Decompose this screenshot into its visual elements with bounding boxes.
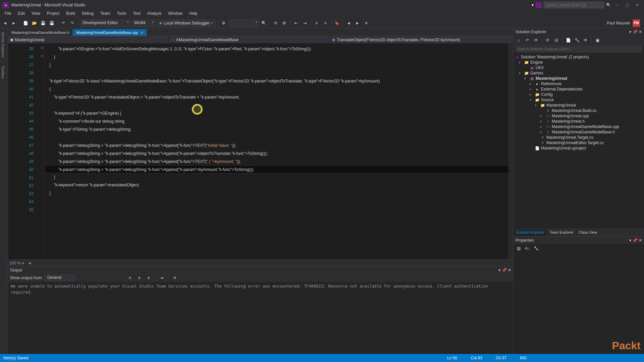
tree-item[interactable]: 📄MasteringUnreal.uproject [514, 145, 644, 151]
search-combo[interactable] [229, 19, 259, 27]
menu-edit[interactable]: Edit [14, 10, 28, 18]
tree-item[interactable]: #MasteringUnrealEditor.Target.cs [514, 140, 644, 145]
indent-out-icon[interactable]: ⇤ [292, 19, 300, 27]
menu-analyze[interactable]: Analyze [144, 10, 165, 18]
tree-item[interactable]: ▾▣MasteringUnreal [514, 76, 644, 81]
prop-pin-icon[interactable]: 📌 [633, 238, 638, 243]
tree-item[interactable]: ▾📁Games [514, 70, 644, 76]
indent-in-icon[interactable]: ⇥ [301, 19, 309, 27]
se-back-icon[interactable]: ↶ [524, 37, 531, 44]
nav-class[interactable]: → AMasteringUnrealGameModeBase [169, 36, 330, 43]
tree-item[interactable]: ▾📁MasteringUnreal [514, 103, 644, 108]
output-text[interactable]: We were unable to automatically populate… [8, 282, 513, 356]
bookmark-icon[interactable]: 🔖 [333, 19, 341, 27]
prev-bookmark-icon[interactable]: ◄ [345, 19, 353, 27]
output-close-icon[interactable]: ✕ [508, 268, 511, 273]
panel-close-icon[interactable]: ✕ [639, 29, 642, 34]
maximize-button[interactable]: ▢ [623, 2, 631, 8]
tree-item[interactable]: ▸📁Config [514, 92, 644, 97]
code-content[interactable]: "k-param">GEngine->"k-func">AddOnScreenD… [45, 44, 508, 259]
se-mode-icon[interactable]: ▣ [594, 37, 601, 44]
new-project-button[interactable]: 📄 [22, 19, 29, 27]
minimize-button[interactable]: ─ [613, 2, 621, 8]
redo-button[interactable]: ↷ [68, 19, 76, 27]
output-toggle-icon[interactable]: ≡ [136, 274, 143, 282]
user-label[interactable]: Paul Mauviel [607, 21, 630, 25]
tree-item[interactable]: ▸▸External Dependencies [514, 86, 644, 92]
platform-dropdown[interactable]: Win64 [132, 19, 155, 27]
solution-tree[interactable]: ▣ Solution 'MasteringUnreal' (2 projects… [514, 53, 644, 229]
menu-project[interactable]: Project [44, 10, 63, 18]
code-editor[interactable]: 3536373839404142434445464748495051525354… [8, 44, 513, 259]
panel-dropdown-icon[interactable]: ▾ [629, 29, 631, 34]
toolbox-tab[interactable]: Toolbox [0, 62, 6, 83]
menu-team[interactable]: Team [97, 10, 113, 18]
nav-scope[interactable]: ▣ MasteringUnreal [8, 36, 169, 43]
menu-file[interactable]: File [1, 10, 14, 18]
tree-item[interactable]: ▸++MasteringUnreal.cpp [514, 113, 644, 119]
right-panel-tab[interactable]: Solution Explorer [514, 229, 547, 236]
clear-bookmark-icon[interactable]: ✕ [363, 19, 370, 27]
refresh-icon[interactable]: ⟳ [272, 19, 279, 27]
tree-item[interactable]: ▸▸References [514, 81, 644, 86]
forward-button[interactable]: ► [10, 19, 17, 27]
output-pin-icon[interactable]: ▾ [498, 268, 500, 273]
se-sync-icon[interactable]: ⟳ [532, 37, 540, 44]
tree-item[interactable]: ▸📁Engine [514, 60, 644, 65]
undo-button[interactable]: ↶ [60, 19, 67, 27]
menu-test[interactable]: Test [130, 10, 144, 18]
flag-icon[interactable]: ▾ [532, 3, 534, 7]
menu-help[interactable]: Help [186, 10, 201, 18]
output-goto-icon[interactable]: ⇥ [158, 274, 165, 282]
comment-icon[interactable]: ≡ [313, 19, 320, 27]
fold-bar[interactable]: ⊟⊟ [40, 44, 45, 259]
uncomment-icon[interactable]: ≡ [322, 19, 329, 27]
search-icon[interactable]: 🔍 [606, 3, 611, 7]
menu-tools[interactable]: Tools [114, 10, 130, 18]
back-button[interactable]: ◄ [1, 19, 9, 27]
se-collapse-icon[interactable]: ⊟ [553, 37, 560, 44]
tree-item[interactable]: ▸hMasteringUnreal.h [514, 119, 644, 124]
close-button[interactable]: ✕ [633, 2, 641, 8]
tree-item[interactable]: ▸hMasteringUnrealGameModeBase.h [514, 129, 644, 135]
solution-search-input[interactable] [516, 46, 642, 52]
solution-label[interactable]: Solution 'MasteringUnreal' (2 projects) [521, 55, 589, 59]
prop-alpha-icon[interactable]: A↓ [524, 245, 531, 252]
output-wrap-icon[interactable]: ≡ [145, 274, 152, 282]
config-dropdown[interactable]: Development Editor [80, 19, 130, 27]
se-showall-icon[interactable]: 📄 [565, 37, 572, 44]
prop-dropdown-icon[interactable]: ▾ [629, 238, 631, 243]
server-explorer-tab[interactable]: Server Explorer [0, 28, 6, 62]
notification-icon[interactable] [536, 2, 542, 8]
tree-item[interactable]: ▣UE4 [514, 65, 644, 70]
right-panel-tab[interactable]: Class View [576, 229, 600, 236]
close-tab-icon[interactable]: ✕ [141, 31, 143, 35]
output-source-dropdown[interactable]: General [45, 275, 75, 281]
save-all-button[interactable]: 💾 [48, 19, 55, 27]
tree-item[interactable]: #MasteringUnreal.Build.cs [514, 108, 644, 113]
tree-item[interactable]: #MasteringUnreal.Target.cs [514, 135, 644, 140]
gear-icon[interactable]: ⚙ [281, 19, 288, 27]
tree-item[interactable]: ▾📁Source [514, 97, 644, 103]
zoom-level[interactable]: 100 % [9, 261, 21, 265]
se-refresh-icon[interactable]: ⟳ [544, 37, 551, 44]
prop-close-icon[interactable]: ✕ [639, 238, 642, 243]
tree-item[interactable]: ▸++MasteringUnrealGameModeBase.cpp [514, 124, 644, 129]
menu-window[interactable]: Window [165, 10, 186, 18]
open-button[interactable]: 📂 [31, 19, 38, 27]
menu-debug[interactable]: Debug [78, 10, 97, 18]
nav-method[interactable]: ◉ TranslateObject(FVector2D objectToTran… [330, 36, 513, 43]
se-home-icon[interactable]: ⌂ [515, 37, 522, 44]
file-tab[interactable]: MasteringUnrealGameModeBase.h [8, 29, 73, 36]
output-clear-icon[interactable]: ≡ [126, 274, 133, 282]
tool-icon[interactable]: ⚙ [220, 19, 227, 27]
file-tab[interactable]: MasteringUnrealGameModeBase.cpp✕ [73, 29, 147, 36]
prop-wrench-icon[interactable]: 🔧 [532, 245, 540, 252]
output-clear-all-icon[interactable]: ✕ [171, 274, 178, 282]
right-panel-tab[interactable]: Team Explorer [547, 229, 576, 236]
scroll-overview[interactable] [508, 44, 513, 259]
quick-launch-input[interactable] [544, 2, 604, 8]
prop-categorized-icon[interactable]: ▤ [515, 245, 522, 252]
find-icon[interactable]: 🔍 [260, 19, 268, 27]
output-autohide-icon[interactable]: 📌 [502, 268, 507, 273]
